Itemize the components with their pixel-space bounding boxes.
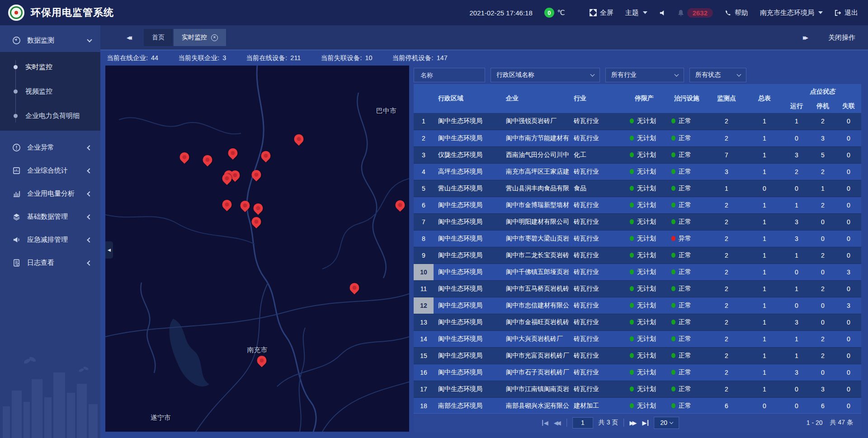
cell-total-meters: 1 — [745, 330, 783, 347]
pager-next-icon[interactable]: ▶▶ — [629, 420, 637, 426]
cell-region: 阆中生态环境局 — [434, 364, 501, 381]
tab-realtime-monitor[interactable]: 实时监控 ✕ — [174, 29, 226, 46]
industry-select[interactable]: 所有行业 — [605, 68, 684, 82]
sidebar-item-emergency-reduction[interactable]: 应急减排管理 — [0, 228, 100, 251]
table-row[interactable]: 5营山生态环境局营山县润丰肉食品有限食品无计划正常10010 — [414, 180, 861, 197]
cell-region: 阆中生态环境局 — [434, 247, 501, 264]
close-operations-button[interactable]: 关闭操作 — [828, 33, 855, 42]
cell-company: 阆中市金博瑞新型墙材 — [501, 197, 569, 213]
fullscreen-button[interactable]: 全屏 — [590, 9, 613, 17]
table-row[interactable]: 8阆中生态环境局阆中市枣碧大梁山页岩砖瓦行业无计划异常21300 — [414, 230, 861, 247]
table-row[interactable]: 4高坪生态环境局南充市高坪区王家店建砖瓦行业无计划正常31220 — [414, 163, 861, 180]
cell-facility-status: 正常 — [666, 280, 708, 297]
pager-last-icon[interactable]: ▶ — [642, 420, 648, 426]
cell-lost: 0 — [836, 364, 861, 381]
cell-total-meters: 1 — [745, 280, 783, 297]
column-header-facility: 治污设施 — [666, 84, 708, 113]
logout-button[interactable]: 退出 — [835, 9, 858, 17]
cell-running: 1 — [783, 247, 810, 264]
row-number: 14 — [414, 330, 434, 347]
table-row[interactable]: 14阆中生态环境局阆中大兴页岩机砖厂砖瓦行业无计划正常21120 — [414, 330, 861, 347]
cell-running: 3 — [783, 213, 810, 230]
cell-facility-status: 正常 — [666, 330, 708, 347]
map-city-label: 南充市 — [247, 345, 268, 354]
status-select[interactable]: 所有状态 — [689, 68, 746, 82]
tab-close-icon[interactable]: ✕ — [211, 34, 218, 41]
sidebar-item-data-monitoring[interactable]: 数据监测 — [0, 29, 100, 52]
sidebar-item-power-analysis[interactable]: 企业用电量分析 — [0, 182, 100, 205]
sidebar-item-power-load-detail[interactable]: 企业电力负荷明细 — [0, 104, 100, 128]
sidebar-item-log-view[interactable]: 日志查看 — [0, 251, 100, 274]
table-row[interactable]: 12阆中生态环境局阆中市忠信建材有限公砖瓦行业无计划正常21003 — [414, 297, 861, 314]
sidebar-subitem-label: 实时监控 — [25, 63, 52, 71]
status-dot — [671, 219, 675, 224]
cell-lost: 3 — [836, 264, 861, 280]
region-select[interactable]: 行政区域名称 — [491, 68, 600, 82]
sidebar-item-company-anomaly[interactable]: 企业异常 — [0, 136, 100, 159]
table-row[interactable]: 17阆中生态环境局阆中市江南镇阆南页岩砖瓦行业无计划正常21030 — [414, 381, 861, 397]
notifications[interactable]: 2632 — [678, 8, 713, 18]
cell-limit-status: 无计划 — [623, 146, 666, 163]
chevron-down-icon — [590, 72, 595, 77]
temperature-badge: 0 — [544, 8, 554, 18]
map-collapse-handle[interactable]: ◀ — [105, 241, 113, 259]
sidebar-item-base-data[interactable]: 基础数据管理 — [0, 205, 100, 228]
table-row[interactable]: 7阆中生态环境局阆中明阳建材有限公司砖瓦行业无计划正常21300 — [414, 213, 861, 230]
sidebar-item-label: 日志查看 — [27, 259, 88, 267]
cell-lost: 0 — [836, 197, 861, 213]
pager-first-icon[interactable]: ◀ — [542, 420, 548, 426]
table-row[interactable]: 13阆中生态环境局阆中市金福旺页岩机砖砖瓦行业无计划正常21300 — [414, 314, 861, 330]
sidebar-item-company-stats[interactable]: 企业综合统计 — [0, 159, 100, 182]
cell-region: 阆中生态环境局 — [434, 330, 501, 347]
cell-stopped: 0 — [810, 297, 836, 314]
table-row[interactable]: 16阆中生态环境局阆中市石子页岩机砖厂砖瓦行业无计划正常21300 — [414, 364, 861, 381]
sidebar-subitem-label: 企业电力负荷明细 — [25, 112, 80, 120]
status-dot — [630, 236, 634, 241]
map-canvas[interactable]: 巴中市南充市遂宁市 ◀ — [105, 66, 409, 432]
cell-monitor-points: 7 — [708, 146, 745, 163]
status-dot — [630, 219, 634, 224]
table-row[interactable]: 6阆中生态环境局阆中市金博瑞新型墙材砖瓦行业无计划正常21120 — [414, 197, 861, 213]
layers-icon — [12, 212, 21, 221]
cell-stopped: 2 — [810, 280, 836, 297]
tab-scroll-right-icon[interactable]: ▶▶ — [803, 35, 808, 41]
cell-industry: 砖瓦行业 — [569, 280, 623, 297]
cell-stopped: 2 — [810, 113, 836, 130]
cell-industry: 砖瓦行业 — [569, 113, 623, 130]
name-search-input[interactable] — [420, 71, 479, 79]
table-row[interactable]: 11阆中生态环境局阆中市五马桥页岩机砖砖瓦行业无计划正常21120 — [414, 280, 861, 297]
sound-toggle[interactable] — [659, 9, 666, 16]
company-table: 行政区域 企业 行业 停限产 治污设施 监测点 总表 点位状态 — [414, 84, 861, 432]
table-row[interactable]: 15阆中生态环境局阆中市光富页岩机砖厂砖瓦行业无计划正常21120 — [414, 347, 861, 364]
tab-home[interactable]: 首页 — [144, 29, 173, 46]
table-row[interactable]: 2阆中生态环境局阆中市南方节能建材有砖瓦行业无计划正常21030 — [414, 130, 861, 146]
cell-total-meters: 1 — [745, 113, 783, 130]
table-row[interactable]: 3仪陇生态环境局西南油气田分公司川中化工无计划正常71350 — [414, 146, 861, 163]
org-dropdown[interactable]: 南充市生态环境局 — [760, 9, 823, 17]
status-dot — [630, 269, 634, 274]
status-dot — [630, 152, 634, 157]
table-row[interactable]: 10阆中生态环境局阆中千佛镇五郎垭页岩砖瓦行业无计划正常21003 — [414, 264, 861, 280]
phone-icon — [725, 9, 731, 16]
megaphone-icon — [12, 235, 21, 245]
name-search-field[interactable] — [414, 68, 485, 82]
sidebar-item-realtime-monitor[interactable]: 实时监控 — [0, 55, 100, 79]
cell-total-meters: 1 — [745, 364, 783, 381]
cell-facility-status: 正常 — [666, 297, 708, 314]
page-size-select[interactable]: 20 — [654, 417, 679, 429]
theme-dropdown[interactable]: 主题 — [625, 9, 647, 17]
cell-stopped: 0 — [810, 230, 836, 247]
cell-facility-status: 正常 — [666, 146, 708, 163]
table-row[interactable]: 1阆中生态环境局阆中强锐页岩砖厂砖瓦行业无计划正常21120 — [414, 113, 861, 130]
cell-facility-status: 正常 — [666, 213, 708, 230]
help-button[interactable]: 帮助 — [725, 9, 748, 17]
pager-prev-icon[interactable]: ◀◀ — [554, 420, 561, 426]
filter-bar: 行政区域名称 所有行业 所有状态 — [414, 68, 861, 82]
status-dot — [630, 253, 634, 258]
tab-scroll-left-icon[interactable]: ◀◀ — [127, 35, 132, 41]
sidebar-item-video-monitor[interactable]: 视频监控 — [0, 79, 100, 104]
page-number-input[interactable] — [572, 417, 593, 429]
table-row[interactable]: 18南部生态环境局南部县砌兴水泥有限公建材加工无计划正常60060 — [414, 397, 861, 414]
table-row[interactable]: 9阆中生态环境局阆中市二龙长宝页岩砖砖瓦行业无计划正常21120 — [414, 247, 861, 264]
cell-stopped: 6 — [810, 397, 836, 414]
